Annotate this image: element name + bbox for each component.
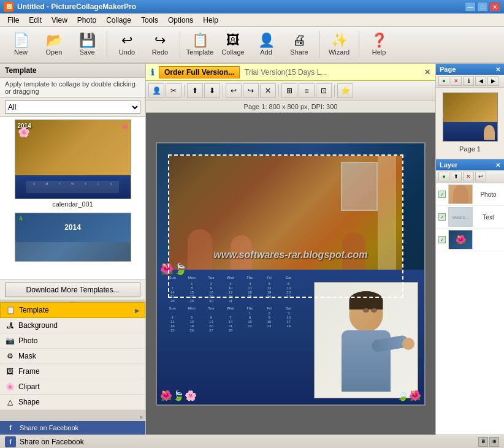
canvas-area[interactable]: www.softwares-rar.blogspot.com Sun Mon T… <box>146 113 435 435</box>
left-panel: Template Apply template to collage by do… <box>0 64 146 435</box>
page-1-label: Page 1 <box>458 144 482 154</box>
toolbar-collage-button[interactable]: 🖼 Collage <box>217 29 249 61</box>
layer-item-clipart[interactable]: ✓ 🌺 <box>436 229 504 251</box>
page-add-btn[interactable]: ● <box>438 76 449 86</box>
redo-label: Redo <box>152 48 168 56</box>
clipart-nav-icon: 🌸 <box>5 382 15 392</box>
edit-down-btn[interactable]: ⬇ <box>204 83 220 98</box>
layer-clipart-thumb: 🌺 <box>448 230 473 249</box>
nav-background-label: Background <box>18 321 58 330</box>
layer-up-btn[interactable]: ⬆ <box>451 172 462 181</box>
layer-add-btn[interactable]: ● <box>438 172 449 181</box>
maximize-button[interactable]: □ <box>477 2 488 12</box>
edit-delete-btn[interactable]: ✕ <box>260 83 276 98</box>
new-label: New <box>14 48 28 56</box>
menu-view[interactable]: View <box>47 15 72 26</box>
toolbar-template-button[interactable]: 📋 Template <box>184 29 216 61</box>
edit-distribute-btn[interactable]: ⊡ <box>316 83 332 98</box>
facebook-icon: f <box>5 422 16 433</box>
menu-options[interactable]: Options <box>163 15 198 26</box>
layer-undo-btn[interactable]: ↩ <box>475 172 486 181</box>
edit-up-btn[interactable]: ⬆ <box>187 83 203 98</box>
toolbar-undo-button[interactable]: ↩ Undo <box>111 29 143 61</box>
template-preview-1: S M T W T F S 2014 🌸 ❤ <box>15 120 131 199</box>
template-label: Template <box>186 48 214 56</box>
menu-edit[interactable]: Edit <box>24 15 47 26</box>
layer-clipart-checkbox[interactable]: ✓ <box>438 236 446 243</box>
center-area: ℹ Order Full Version... Trial Version(15… <box>146 64 435 435</box>
template-item-calendar002[interactable]: 2014 🎄 <box>2 213 143 262</box>
menu-collage[interactable]: Collage <box>101 15 136 26</box>
nav-photo[interactable]: 📷 Photo <box>0 333 145 349</box>
template-list[interactable]: S M T W T F S 2014 🌸 ❤ calendar_0 <box>0 117 145 280</box>
notification-bar: ℹ Order Full Version... Trial Version(15… <box>146 64 435 81</box>
facebook-share-bar[interactable]: f Share on Facebook <box>0 421 145 435</box>
layer-panel-label: Layer <box>440 161 457 169</box>
left-nav: 📋 Template ▶ 🏞 Background 📷 Photo ⚙ Mask… <box>0 302 145 410</box>
page-panel-close[interactable]: ✕ <box>495 66 500 73</box>
layer-list[interactable]: ✓ Photo ✓ www.s... <box>436 183 504 435</box>
edit-align-btn[interactable]: ≡ <box>299 83 315 98</box>
edit-rotate-right-btn[interactable]: ↪ <box>243 83 259 98</box>
edit-effects-btn[interactable]: ⭐ <box>337 83 353 98</box>
status-facebook[interactable]: f Share on Facebook <box>5 436 84 447</box>
menu-photo[interactable]: Photo <box>72 15 101 26</box>
page-info-btn[interactable]: ℹ <box>463 76 474 86</box>
page-info-bar: Page 1: 800 x 800 px, DPI: 300 <box>146 101 435 113</box>
toolbar-add-button[interactable]: 👤 Add <box>250 29 282 61</box>
title-bar-left: 🖼 Untitled - PictureCollageMakerPro <box>4 2 136 12</box>
toolbar-wizard-button[interactable]: ✨ Wizard <box>323 29 355 61</box>
info-icon: ℹ <box>151 67 154 77</box>
close-notification-button[interactable]: ✕ <box>424 68 430 77</box>
nav-shape[interactable]: △ Shape <box>0 395 145 410</box>
nav-frame[interactable]: 🖼 Frame <box>0 364 145 379</box>
toolbar-save-button[interactable]: 💾 Save <box>71 29 103 61</box>
toolbar-help-button[interactable]: ❓ Help <box>363 29 395 61</box>
toolbar-share-button[interactable]: 🖨 Share <box>283 29 315 61</box>
page-controls: ● ✕ ℹ ◀ ▶ <box>436 75 504 88</box>
edit-fit-btn[interactable]: ⊞ <box>281 83 297 98</box>
template-item-calendar001[interactable]: S M T W T F S 2014 🌸 ❤ calendar_0 <box>2 120 143 208</box>
template-filter-select[interactable]: All <box>5 101 140 114</box>
toolbar-open-button[interactable]: 📂 Open <box>38 29 70 61</box>
menu-tools[interactable]: Tools <box>136 15 163 26</box>
page-thumb-1[interactable] <box>443 93 498 142</box>
layer-item-text[interactable]: ✓ www.s... Text <box>436 206 504 229</box>
decoration-flowers-bottom-left: 🌺🍃🌸 <box>160 390 197 401</box>
layer-panel-title: Layer ✕ <box>436 159 504 170</box>
page-prev-btn[interactable]: ◀ <box>475 76 486 86</box>
add-icon: 👤 <box>258 34 275 47</box>
layer-photo-checkbox[interactable]: ✓ <box>438 191 446 198</box>
edit-crop-btn[interactable]: ✂ <box>166 83 181 98</box>
background-nav-icon: 🏞 <box>5 321 15 330</box>
minimize-button[interactable]: — <box>465 2 476 12</box>
toolbar-new-button[interactable]: 📄 New <box>5 29 37 61</box>
page-remove-btn[interactable]: ✕ <box>451 76 462 86</box>
edit-select-btn[interactable]: 👤 <box>148 83 164 98</box>
close-button[interactable]: ✕ <box>489 2 500 12</box>
layer-controls: ● ⬆ ✕ ↩ <box>436 170 504 183</box>
edit-sep-4 <box>334 85 335 97</box>
nav-mask[interactable]: ⚙ Mask <box>0 349 145 364</box>
expand-double-arrow[interactable]: » <box>139 414 143 420</box>
page-next-btn[interactable]: ▶ <box>487 76 498 86</box>
collage-icon: 🖼 <box>226 34 240 47</box>
nav-background[interactable]: 🏞 Background <box>0 318 145 333</box>
edit-sep-3 <box>278 85 279 97</box>
edit-rotate-left-btn[interactable]: ↩ <box>226 83 242 98</box>
nav-template[interactable]: 📋 Template ▶ <box>0 302 145 318</box>
layer-panel-close[interactable]: ✕ <box>495 162 500 169</box>
menu-file[interactable]: File <box>2 15 24 26</box>
layer-text-checkbox[interactable]: ✓ <box>438 213 446 221</box>
order-full-version-button[interactable]: Order Full Version... <box>159 66 240 78</box>
download-templates-button[interactable]: Download More Templates... <box>5 283 140 297</box>
toolbar-sep-1 <box>107 31 107 58</box>
toolbar-redo-button[interactable]: ↪ Redo <box>144 29 176 61</box>
layer-delete-btn[interactable]: ✕ <box>463 172 474 181</box>
canvas-content[interactable]: www.softwares-rar.blogspot.com Sun Mon T… <box>156 142 426 406</box>
thumb-boy <box>484 125 495 140</box>
status-bar: f Share on Facebook 🖥 ⊞ <box>0 435 504 448</box>
nav-clipart[interactable]: 🌸 Clipart <box>0 379 145 395</box>
layer-item-photo[interactable]: ✓ Photo <box>436 183 504 206</box>
menu-help[interactable]: Help <box>198 15 223 26</box>
